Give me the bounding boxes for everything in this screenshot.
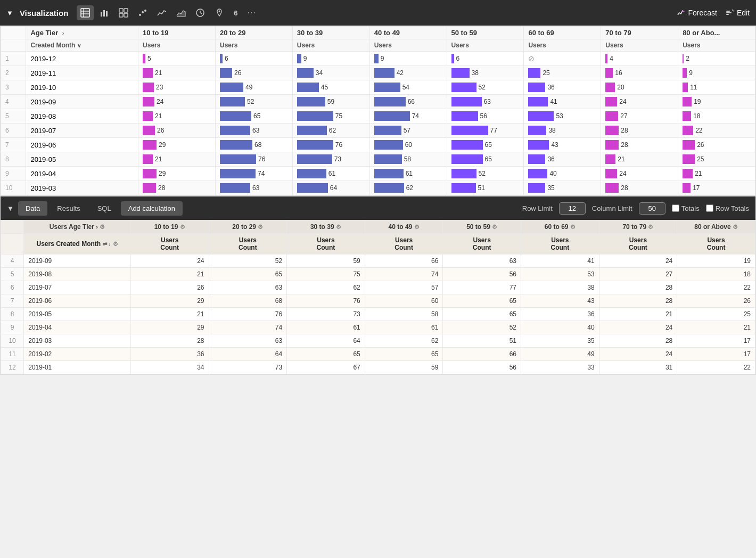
- dt-cell: 62: [365, 334, 443, 348]
- dt-row-label[interactable]: 2019-04: [24, 321, 131, 334]
- viz-row-label[interactable]: 2019-10: [26, 80, 138, 95]
- dt-cell: 59: [365, 361, 443, 374]
- clock-icon-btn[interactable]: [192, 5, 209, 20]
- dt-cell: 65: [365, 348, 443, 361]
- dt-row-num: 9: [1, 321, 24, 334]
- viz-row-label[interactable]: 2019-12: [26, 52, 138, 66]
- dt-row-label[interactable]: 2019-02: [24, 348, 131, 361]
- viz-row-label[interactable]: 2019-09: [26, 95, 138, 109]
- pivot-icon-btn[interactable]: [115, 5, 132, 20]
- dt-row-label[interactable]: 2019-08: [24, 268, 131, 281]
- viz-cell: 21: [678, 167, 755, 181]
- viz-cell: 25: [678, 152, 755, 167]
- viz-cell: 6: [215, 52, 292, 66]
- viz-row-label[interactable]: 2019-04: [26, 167, 138, 181]
- row-limit-input[interactable]: [559, 202, 586, 215]
- viz-row-label[interactable]: 2019-06: [26, 138, 138, 152]
- viz-title: Visualization: [20, 9, 68, 18]
- collapse-icon[interactable]: ▼: [6, 9, 13, 17]
- viz-row-label[interactable]: 2019-11: [26, 66, 138, 80]
- dt-measure-h-3: UsersCount: [287, 234, 365, 255]
- viz-cell: 6: [447, 52, 524, 66]
- scatter-icon-btn[interactable]: [134, 5, 151, 20]
- dt-row-label[interactable]: 2019-07: [24, 281, 131, 294]
- more-icon-btn[interactable]: ···: [244, 5, 260, 20]
- dt-row-num: 7: [1, 294, 24, 308]
- viz-col-header-3: 30 to 39: [292, 27, 369, 39]
- viz-cell: 42: [369, 66, 447, 80]
- viz-age-tier-header[interactable]: Age Tier ›: [26, 27, 138, 39]
- table-icon-btn[interactable]: [77, 5, 94, 20]
- viz-row-label[interactable]: 2019-03: [26, 181, 138, 195]
- viz-sub-header-6: Users: [524, 39, 601, 52]
- dt-cell: 36: [130, 348, 209, 361]
- age-tier-gear-icon[interactable]: ⚙: [100, 224, 105, 230]
- col3-gear-icon[interactable]: ⚙: [336, 224, 341, 230]
- dt-measure-h-6: UsersCount: [521, 234, 599, 255]
- viz-row-num: 6: [1, 124, 26, 138]
- dt-row-label[interactable]: 2019-09: [24, 255, 131, 268]
- area-icon-btn[interactable]: [172, 5, 190, 20]
- line-icon-btn[interactable]: [153, 5, 170, 20]
- data-collapse-icon[interactable]: ▼: [7, 204, 14, 212]
- data-table-row: 52019-082165757456532718: [1, 268, 755, 281]
- edit-button[interactable]: Edit: [726, 9, 750, 17]
- six-icon-btn[interactable]: 6: [230, 6, 241, 20]
- dt-created-month-header[interactable]: Users Created Month ⇌ ↓ ⚙: [24, 234, 131, 255]
- row-totals-checkbox[interactable]: [706, 204, 713, 212]
- col5-gear-icon[interactable]: ⚙: [492, 224, 497, 230]
- viz-created-month-header[interactable]: Created Month ∨: [26, 39, 138, 52]
- row-totals-checkbox-label[interactable]: Row Totals: [706, 204, 749, 212]
- viz-cell: 45: [292, 80, 369, 95]
- dt-row-label[interactable]: 2019-03: [24, 334, 131, 348]
- map-icon-btn[interactable]: [211, 5, 228, 20]
- sort-icon[interactable]: ⇌ ↓: [103, 241, 111, 247]
- viz-cell: 61: [369, 167, 447, 181]
- viz-col-header-1: 10 to 19: [138, 27, 216, 39]
- col2-gear-icon[interactable]: ⚙: [258, 224, 263, 230]
- viz-sub-header-2: Users: [215, 39, 292, 52]
- dt-cell: 62: [287, 281, 365, 294]
- dt-row-label[interactable]: 2019-05: [24, 308, 131, 321]
- viz-row-label[interactable]: 2019-08: [26, 109, 138, 124]
- dt-cell: 65: [443, 294, 521, 308]
- dt-row-num: 10: [1, 334, 24, 348]
- col6-gear-icon[interactable]: ⚙: [570, 224, 576, 230]
- viz-cell: 43: [524, 138, 601, 152]
- tab-results[interactable]: Results: [50, 201, 87, 216]
- viz-row-label[interactable]: 2019-07: [26, 124, 138, 138]
- viz-cell: 38: [524, 124, 601, 138]
- dt-dim-header[interactable]: Users Age Tier › ⚙: [24, 220, 131, 234]
- bar-chart-icon-btn[interactable]: [96, 5, 113, 20]
- viz-cell: 77: [447, 124, 524, 138]
- col8-gear-icon[interactable]: ⚙: [733, 224, 738, 230]
- totals-checkbox-label[interactable]: Totals: [672, 204, 700, 212]
- col-limit-input[interactable]: [639, 202, 665, 215]
- dt-cell: 63: [209, 281, 287, 294]
- forecast-button[interactable]: Forecast: [677, 9, 717, 17]
- svg-point-17: [219, 11, 220, 12]
- dt-cell: 19: [677, 255, 755, 268]
- dt-col-h-3: 30 to 39 ⚙: [287, 220, 365, 234]
- viz-col-header-5: 50 to 59: [447, 27, 524, 39]
- dt-cell: 63: [443, 255, 521, 268]
- add-calculation-button[interactable]: Add calculation: [121, 201, 183, 216]
- col1-gear-icon[interactable]: ⚙: [180, 224, 185, 230]
- totals-checkbox[interactable]: [672, 204, 679, 212]
- created-month-gear-icon[interactable]: ⚙: [113, 241, 118, 247]
- dt-cell: 29: [130, 294, 209, 308]
- col4-gear-icon[interactable]: ⚙: [414, 224, 420, 230]
- tab-sql[interactable]: SQL: [90, 201, 119, 216]
- viz-table: Age Tier › 10 to 19 20 to 29 30 to 39 40…: [1, 26, 755, 195]
- tab-data[interactable]: Data: [18, 201, 47, 216]
- dt-cell: 73: [287, 308, 365, 321]
- dt-row-label[interactable]: 2019-01: [24, 361, 131, 374]
- viz-cell: 9: [678, 66, 755, 80]
- dt-col-h-4: 40 to 49 ⚙: [365, 220, 443, 234]
- viz-cell: 28: [601, 124, 678, 138]
- dt-row-label[interactable]: 2019-06: [24, 294, 131, 308]
- dt-cell: 68: [209, 294, 287, 308]
- col7-gear-icon[interactable]: ⚙: [648, 224, 653, 230]
- top-bar: ▼ Visualization 6 ···: [0, 0, 756, 26]
- viz-row-label[interactable]: 2019-05: [26, 152, 138, 167]
